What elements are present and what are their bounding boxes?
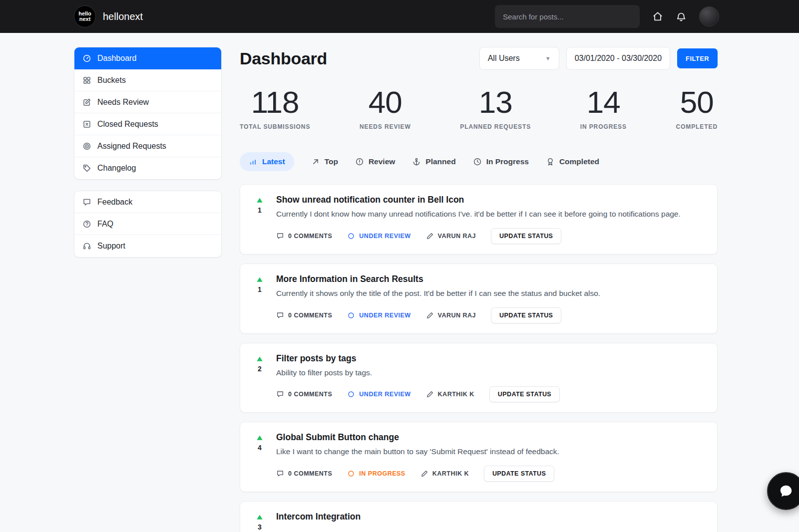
post-meta: 0 COMMENTS UNDER REVIEW VARUN RAJ UPDATE… [276,228,704,244]
faq-icon [82,220,91,229]
update-status-button[interactable]: UPDATE STATUS [491,228,561,244]
post-body: Intercom Integration [276,512,704,531]
feedback-icon [82,198,91,207]
post-title[interactable]: Intercom Integration [276,512,704,522]
tabs-row: Latest Top Review Planned In Progress Co… [240,152,718,171]
tab-label: Review [369,157,395,166]
sidebar-item-buckets[interactable]: Buckets [74,69,221,91]
sidebar-item-support[interactable]: Support [74,235,221,257]
filter-button[interactable]: FILTER [677,48,718,68]
vote-count: 4 [258,444,262,452]
pencil-icon [426,311,434,319]
comments-count[interactable]: 0 COMMENTS [276,390,332,398]
tab-review[interactable]: Review [355,157,395,166]
post-card: 1 Show unread notification counter in Be… [240,184,718,255]
upvote-button[interactable]: 1 [253,274,266,323]
stat-value: 118 [240,87,310,118]
tab-label: In Progress [486,157,529,166]
sidebar-primary-nav: Dashboard Buckets Needs Review Closed Re… [74,47,222,180]
stats-row: 118 TOTAL SUBMISSIONS 40 NEEDS REVIEW 13… [240,87,718,130]
status-circle-icon [347,232,355,240]
dashboard-icon [82,54,91,63]
update-status-button[interactable]: UPDATE STATUS [484,466,554,482]
status-circle-icon [347,390,355,398]
post-author: KARTHIK K [426,390,474,398]
post-card: 1 More Information in Search Results Cur… [240,264,718,334]
topbar-left: hello next hellonext [74,5,143,27]
comments-count[interactable]: 0 COMMENTS [276,311,332,319]
stat-value: 14 [580,87,627,118]
comments-count[interactable]: 0 COMMENTS [276,232,332,240]
upvote-button[interactable]: 2 [253,353,266,403]
vote-count: 2 [258,365,262,373]
sidebar-item-assigned-requests[interactable]: Assigned Requests [74,135,221,157]
status-badge[interactable]: UNDER REVIEW [347,390,410,398]
sidebar-item-label: Needs Review [97,98,149,107]
sidebar-item-changelog[interactable]: Changelog [74,157,221,179]
stat-value: 50 [676,87,718,118]
tab-in-progress[interactable]: In Progress [473,157,529,166]
status-badge[interactable]: IN PROGRESS [347,470,405,478]
page-layout: Dashboard Buckets Needs Review Closed Re… [0,33,799,532]
stat-needs-review: 40 NEEDS REVIEW [360,87,411,130]
hellonext-logo[interactable]: hello next [74,5,96,27]
stat-planned-requests: 13 PLANNED REQUESTS [460,87,531,130]
status-circle-icon [347,470,355,478]
date-range-picker[interactable]: 03/01/2020 - 03/30/2020 [566,47,670,70]
upvote-button[interactable]: 3 [253,512,266,531]
sidebar-item-label: Dashboard [97,54,136,63]
sidebar: Dashboard Buckets Needs Review Closed Re… [74,47,222,258]
sidebar-item-feedback[interactable]: Feedback [74,191,221,213]
sidebar-item-needs-review[interactable]: Needs Review [74,91,221,113]
support-icon [82,242,91,251]
post-title[interactable]: Global Submit Button change [276,432,704,443]
pencil-icon [426,232,434,240]
post-meta: 0 COMMENTS UNDER REVIEW KARTHIK K UPDATE… [276,386,704,402]
sidebar-item-label: Feedback [97,198,132,207]
tab-top[interactable]: Top [311,157,338,166]
post-body: Filter posts by tags Ability to filter p… [276,353,704,403]
stat-value: 40 [360,87,411,118]
stat-label: NEEDS REVIEW [360,123,411,130]
upvote-button[interactable]: 1 [253,195,266,244]
status-badge[interactable]: UNDER REVIEW [347,232,410,240]
post-description: Like I want to change the main button to… [276,446,704,458]
post-title[interactable]: More Information in Search Results [276,274,704,284]
status-badge[interactable]: UNDER REVIEW [347,311,410,319]
assigned-requests-icon [82,142,91,151]
upvote-button[interactable]: 4 [253,432,266,482]
search-input[interactable] [495,5,640,28]
post-title[interactable]: Filter posts by tags [276,353,704,364]
tab-completed[interactable]: Completed [546,157,599,166]
update-status-button[interactable]: UPDATE STATUS [491,307,561,323]
stat-label: PLANNED REQUESTS [460,123,531,130]
home-icon[interactable] [652,11,663,22]
vote-count: 3 [258,523,262,531]
post-title[interactable]: Show unread notification counter in Bell… [276,195,704,205]
sidebar-item-dashboard[interactable]: Dashboard [74,47,221,69]
tab-label: Top [325,157,338,166]
tab-planned[interactable]: Planned [412,157,455,166]
post-card: 2 Filter posts by tags Ability to filter… [240,343,718,413]
anchor-icon [412,157,421,166]
topbar: hello next hellonext [0,0,799,33]
stat-label: IN PROGRESS [580,123,627,130]
comments-count[interactable]: 0 COMMENTS [276,470,332,478]
trend-up-icon [311,157,320,166]
user-filter-select[interactable]: All Users ▼ [479,47,559,70]
tab-label: Completed [559,157,599,166]
post-body: Global Submit Button change Like I want … [276,432,704,482]
avatar[interactable] [699,6,719,26]
comment-icon [276,311,284,319]
post-card: 4 Global Submit Button change Like I wan… [240,422,718,492]
sidebar-item-closed-requests[interactable]: Closed Requests [74,113,221,135]
upvote-arrow-icon [255,434,264,443]
stat-total-submissions: 118 TOTAL SUBMISSIONS [240,87,310,130]
tab-latest[interactable]: Latest [240,152,294,171]
update-status-button[interactable]: UPDATE STATUS [489,386,560,402]
sidebar-item-faq[interactable]: FAQ [74,213,221,235]
page-title: Dashboard [240,49,327,68]
user-filter-value: All Users [488,54,520,63]
upvote-arrow-icon [255,275,264,284]
bell-icon[interactable] [676,11,687,22]
